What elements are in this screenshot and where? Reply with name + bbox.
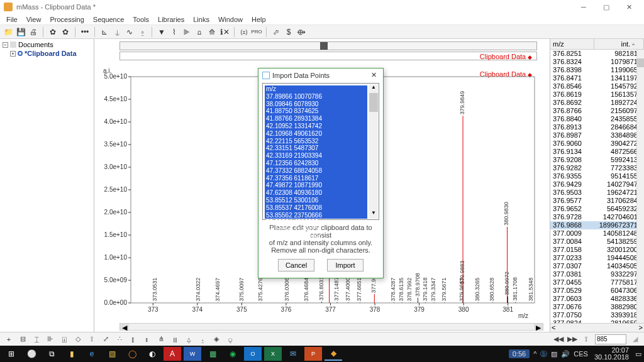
table-row[interactable]: 376.854615457928	[550, 82, 644, 90]
collapse-icon[interactable]: −	[3, 42, 8, 48]
menu-tools[interactable]: Tools	[129, 16, 153, 23]
table-row[interactable]: 376.97281427046016	[550, 213, 644, 221]
table-row[interactable]: 377.0084541382592	[550, 238, 644, 246]
tray-pill[interactable]: 0:56	[509, 349, 530, 358]
tray-bt-icon[interactable]: ⓑ	[540, 349, 547, 359]
excel-icon[interactable]: X	[264, 347, 282, 361]
bt8-icon[interactable]: ∴	[114, 334, 125, 344]
tree-item-label[interactable]: *Clipboard Data	[25, 50, 77, 57]
import-textarea[interactable]: m/z 37.89866 10070786 38.09846 6078930 4…	[266, 85, 366, 241]
table-row[interactable]: 376.832410798717	[550, 58, 644, 66]
bt16-icon[interactable]: ⍜	[225, 334, 235, 344]
chart2-icon[interactable]: ⍊	[111, 26, 123, 38]
menu-libraries[interactable]: Libraries	[154, 16, 188, 23]
next-icon[interactable]: ▶▶	[567, 334, 577, 344]
tool4-icon[interactable]: ⟰	[206, 26, 218, 38]
bt12-icon[interactable]: ⫼	[170, 334, 180, 344]
bt3-icon[interactable]: ⊪	[45, 334, 55, 344]
prev-icon[interactable]: ◀◀	[553, 334, 564, 344]
bt10-icon[interactable]: ⫾	[142, 334, 152, 344]
bt15-icon[interactable]: ◈	[211, 334, 221, 344]
overview-strip[interactable]	[119, 41, 537, 50]
mmass-icon[interactable]: ◆	[325, 347, 342, 361]
table-row[interactable]: 376.869218927246	[550, 99, 644, 107]
maximize-button[interactable]: ▢	[595, 1, 618, 13]
taskview-icon[interactable]: ⧉	[43, 347, 60, 361]
table-row[interactable]: 376.839811990657	[550, 66, 644, 74]
tray-notif-icon[interactable]: ▭	[635, 350, 641, 358]
table-hscroll[interactable]: <>	[550, 323, 644, 332]
start-button[interactable]: ⊞	[3, 347, 20, 361]
bt1-icon[interactable]: ⊟	[18, 334, 28, 344]
table-row[interactable]: 376.876621560978	[550, 107, 644, 115]
table-row[interactable]: 376.935595141552	[550, 172, 644, 180]
scroll-left-icon[interactable]: ◀	[120, 324, 129, 330]
export-icon[interactable]: ⬀	[270, 26, 282, 38]
col-mz[interactable]: m/z	[550, 39, 594, 49]
table-row[interactable]: 376.920859924136	[550, 156, 644, 164]
table-row[interactable]: 376.861915613579	[550, 90, 644, 99]
menu-file[interactable]: File	[3, 16, 21, 23]
mail-icon[interactable]: ✉	[284, 347, 302, 361]
menu-sequence[interactable]: Sequence	[89, 16, 128, 23]
table-row[interactable]: 377.0158320012000	[550, 246, 644, 254]
print-icon[interactable]: 🖨	[28, 26, 39, 38]
settings2-icon[interactable]: ✿	[60, 26, 71, 38]
bt9-icon[interactable]: ⫿	[128, 334, 138, 344]
table-row[interactable]: 376.913448725668	[550, 148, 644, 156]
tool6-icon[interactable]: (±)	[238, 26, 250, 38]
tray-net-icon[interactable]: ▨	[551, 350, 557, 358]
chrome-icon[interactable]: ◐	[143, 347, 161, 361]
col-int[interactable]: int. ^	[594, 39, 645, 49]
open-icon[interactable]: 📁	[3, 26, 14, 38]
filter-icon[interactable]: ▼	[156, 26, 167, 38]
save-icon[interactable]: 💾	[15, 26, 26, 38]
table-vscroll[interactable]	[636, 50, 644, 323]
table-row[interactable]: 376.928277233832	[550, 164, 644, 172]
bt6-icon[interactable]: ⟟	[87, 334, 97, 344]
bt14-icon[interactable]: ⍚	[197, 334, 208, 344]
acrobat-icon[interactable]: A	[164, 347, 181, 361]
table-row[interactable]: 376.847113411972	[550, 74, 644, 82]
add-icon[interactable]: +	[4, 334, 14, 344]
cancel-button[interactable]: Cancel	[278, 259, 314, 272]
settings-icon[interactable]: ✿	[47, 26, 58, 38]
menu-window[interactable]: Window	[214, 16, 247, 23]
table-row[interactable]: 377.075033939180	[550, 311, 644, 319]
minimize-button[interactable]: ─	[572, 1, 595, 13]
chart3-icon[interactable]: ∿	[124, 26, 135, 38]
table-row[interactable]: 377.052960473060	[550, 287, 644, 295]
dots-icon[interactable]: •••	[79, 26, 91, 38]
table-row[interactable]: 377.038193322976	[550, 270, 644, 278]
chart4-icon[interactable]: ⍛	[136, 26, 148, 38]
tool5-icon[interactable]: ℹ✕	[219, 26, 230, 38]
gr-icon[interactable]: ▦	[204, 347, 221, 361]
tool7-icon[interactable]: PRO	[251, 26, 262, 38]
dialog-close-button[interactable]: ✕	[368, 71, 379, 79]
table-row[interactable]: 376.9577317062848	[550, 197, 644, 205]
menu-view[interactable]: View	[23, 16, 45, 23]
tray-up-icon[interactable]: ^	[533, 350, 536, 358]
table-row[interactable]: 377.060348283368	[550, 295, 644, 303]
table-row[interactable]: 377.045577758176	[550, 278, 644, 287]
tool3-icon[interactable]: ⩍	[194, 26, 205, 38]
table-row[interactable]: 376.891328466840	[550, 123, 644, 131]
table-row[interactable]: 376.9429140279472	[550, 180, 644, 189]
table-row[interactable]: 376.9503196247216	[550, 189, 644, 197]
ppt-icon[interactable]: P	[304, 347, 322, 361]
import-button[interactable]: Import	[327, 259, 364, 272]
ruler-icon[interactable]: ⟟	[581, 334, 591, 344]
menu-processing[interactable]: Processing	[46, 16, 87, 23]
chart1-icon[interactable]: ⊾	[99, 26, 110, 38]
bt13-icon[interactable]: ⍙	[184, 334, 194, 344]
tray-lang[interactable]: CES	[574, 350, 588, 358]
table-row[interactable]: 377.00091405812480	[550, 229, 644, 238]
spotify-icon[interactable]: ◉	[224, 347, 242, 361]
tray-clock[interactable]: 20:0730.10.2018	[592, 347, 631, 361]
close-button[interactable]: ✕	[618, 1, 640, 13]
bt7-icon[interactable]: ⤢	[101, 334, 111, 344]
edge-icon[interactable]: e	[83, 347, 101, 361]
taskbar[interactable]: ⊞ ⚪ ⧉ ▮ e ▧ ◯ ◐ A W ▦ ◉ O X ✉ P ◆ 0:56 ^…	[0, 346, 644, 362]
expand-icon[interactable]: +	[10, 51, 16, 57]
menu-links[interactable]: Links	[189, 16, 213, 23]
